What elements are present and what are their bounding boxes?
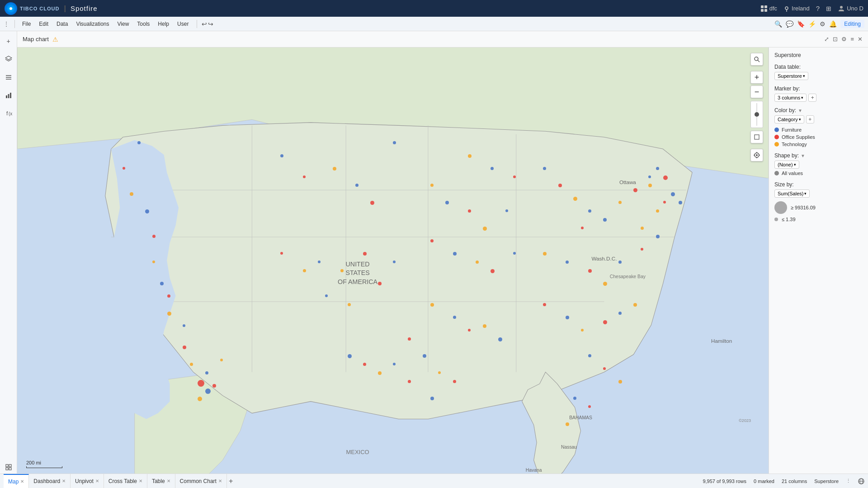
bottom-tabs: Map ✕ Dashboard ✕ Unpivot ✕ Cross Table … — [0, 474, 868, 488]
map-zoom-slider[interactable] — [750, 101, 763, 128]
marker-by-section: Marker by: 3 columns + — [774, 85, 863, 102]
status-bar: 9,957 of 9,993 rows 0 marked 21 columns … — [233, 478, 864, 484]
settings-icon[interactable]: ⚙ — [820, 20, 826, 28]
tab-common-chart[interactable]: Common Chart ✕ — [175, 474, 227, 488]
color-by-section: Color by: ▼ Category + Furniture — [774, 107, 863, 147]
color-by-add-btn[interactable]: + — [806, 115, 814, 123]
tab-dashboard-close[interactable]: ✕ — [62, 479, 66, 483]
menu-user[interactable]: User — [174, 19, 192, 29]
tab-cross-table-close[interactable]: ✕ — [139, 479, 142, 483]
panel-close-icon[interactable]: ✕ — [858, 36, 863, 43]
map-location-btn[interactable] — [750, 149, 763, 161]
furniture-dot — [774, 128, 779, 132]
sidebar-chart[interactable] — [2, 89, 15, 102]
grid-icon[interactable]: ⊞ — [826, 5, 831, 12]
location-label: Ireland — [792, 5, 810, 12]
color-by-filter-icon[interactable]: ▼ — [798, 108, 802, 113]
all-values-dot — [774, 171, 779, 175]
tab-cross-table-label: Cross Table — [108, 478, 137, 484]
undo-btn[interactable]: ↩ — [202, 20, 207, 28]
sidebar-add[interactable]: + — [2, 35, 15, 47]
shape-by-btn[interactable]: (None) — [774, 161, 799, 169]
dfc-label[interactable]: dfc — [760, 5, 777, 12]
superstore-section: Superstore — [774, 52, 863, 58]
menu-data[interactable]: Data — [53, 19, 71, 29]
color-by-btn[interactable]: Category — [774, 115, 804, 123]
tab-table-close[interactable]: ✕ — [167, 479, 170, 483]
panel-settings-icon[interactable]: ⚙ — [841, 36, 847, 43]
status-rows: 9,957 of 9,993 rows — [703, 479, 746, 484]
panel-title: Map chart — [23, 36, 49, 43]
menu-actions: 🔍 💬 🔖 ⚡ ⚙ 🔔 Editing — [774, 20, 864, 28]
tab-cross-table[interactable]: Cross Table ✕ — [104, 474, 147, 488]
status-more-btn[interactable]: ⋮ — [846, 478, 851, 484]
tab-common-chart-close[interactable]: ✕ — [218, 479, 222, 483]
svg-point-7 — [840, 6, 843, 9]
menu-separator — [14, 20, 15, 28]
top-bar: TIBCO CLOUD | Spotfire dfc Ireland ? ⊞ U… — [0, 0, 868, 17]
sidebar-list[interactable] — [2, 71, 15, 84]
marker-by-btn[interactable]: 3 columns — [774, 94, 807, 102]
size-by-btn[interactable]: Sum(Sales) — [774, 190, 810, 198]
svg-rect-16 — [6, 464, 8, 467]
menu-tools[interactable]: Tools — [133, 19, 153, 29]
map-search-btn[interactable] — [750, 53, 763, 66]
marker-by-dropdown: 3 columns + — [774, 94, 863, 102]
tab-dashboard[interactable]: Dashboard ✕ — [29, 474, 71, 488]
menu-bar: ⋮ File Edit Data Visualizations View Too… — [0, 17, 868, 31]
tab-add-btn[interactable]: + — [229, 477, 233, 485]
notifications-icon[interactable]: 🔔 — [829, 20, 837, 28]
color-legend: Furniture Office Supplies Technology — [774, 127, 863, 147]
size-legend: ≥ 99316.09 ≤ 1.39 — [774, 201, 863, 222]
search-icon[interactable]: 🔍 — [774, 20, 782, 28]
panel-expand-icon[interactable]: ⤢ — [824, 36, 829, 43]
size-large-item: ≥ 99316.09 — [774, 201, 863, 214]
menu-help[interactable]: Help — [154, 19, 173, 29]
speech-icon[interactable]: 💬 — [786, 20, 793, 28]
scale-label: 200 mi — [26, 460, 41, 465]
tab-map-close[interactable]: ✕ — [20, 479, 24, 484]
help-icon[interactable]: ? — [816, 5, 820, 12]
svg-rect-4 — [761, 9, 764, 12]
all-values-label: All values — [782, 171, 803, 176]
menu-dots[interactable]: ⋮ — [4, 21, 9, 27]
tab-unpivot-close[interactable]: ✕ — [95, 479, 99, 483]
sidebar-function[interactable]: f(x) — [2, 107, 15, 120]
menu-file[interactable]: File — [19, 19, 34, 29]
shape-by-filter-icon[interactable]: ▼ — [801, 153, 805, 158]
data-table-btn[interactable]: Superstore — [774, 72, 808, 80]
status-globe-icon[interactable] — [858, 478, 864, 484]
sidebar-bottom-icon[interactable] — [2, 461, 15, 474]
filter-icon[interactable]: ⚡ — [808, 20, 816, 28]
svg-text:UNITED: UNITED — [346, 261, 370, 268]
sidebar-layers[interactable] — [2, 53, 15, 66]
main-layout: + f(x) Map chart ⚠ ⤢ ⊡ ⚙ ≡ — [0, 31, 868, 474]
content-area: Map chart ⚠ ⤢ ⊡ ⚙ ≡ ✕ — [17, 31, 868, 474]
svg-text:OF AMERICA: OF AMERICA — [338, 278, 377, 285]
marker-by-add-btn[interactable]: + — [808, 94, 816, 102]
bookmark-icon[interactable]: 🔖 — [797, 20, 805, 28]
shape-by-dropdown: (None) — [774, 161, 863, 169]
panel-detach-icon[interactable]: ⊡ — [833, 36, 838, 43]
office-supplies-dot — [774, 135, 779, 139]
redo-btn[interactable]: ↪ — [208, 20, 213, 28]
tab-table[interactable]: Table ✕ — [147, 474, 175, 488]
size-by-section: Size by: Sum(Sales) ≥ 99316.09 ≤ 1.39 — [774, 181, 863, 222]
map-zoom-out-btn[interactable]: − — [750, 85, 763, 98]
svg-text:MEXICO: MEXICO — [346, 449, 369, 455]
menu-view[interactable]: View — [114, 19, 133, 29]
tab-map[interactable]: Map ✕ — [4, 474, 29, 488]
marker-by-label: Marker by: — [774, 85, 863, 92]
legend-office-supplies: Office Supplies — [774, 134, 863, 140]
tab-unpivot[interactable]: Unpivot ✕ — [71, 474, 104, 488]
user-icon[interactable]: Uno D — [838, 5, 863, 12]
map-zoom-in-btn[interactable]: + — [750, 71, 763, 84]
menu-separator2 — [197, 20, 197, 28]
location-area[interactable]: Ireland — [783, 5, 810, 12]
menu-edit[interactable]: Edit — [35, 19, 52, 29]
map-container[interactable]: UNITED STATES OF AMERICA MEXICO Ottawa H… — [17, 47, 769, 474]
menu-visualizations[interactable]: Visualizations — [72, 19, 113, 29]
map-crosshair-btn[interactable] — [750, 131, 763, 143]
panel-list-icon[interactable]: ≡ — [850, 36, 854, 43]
tab-map-label: Map — [8, 479, 19, 485]
